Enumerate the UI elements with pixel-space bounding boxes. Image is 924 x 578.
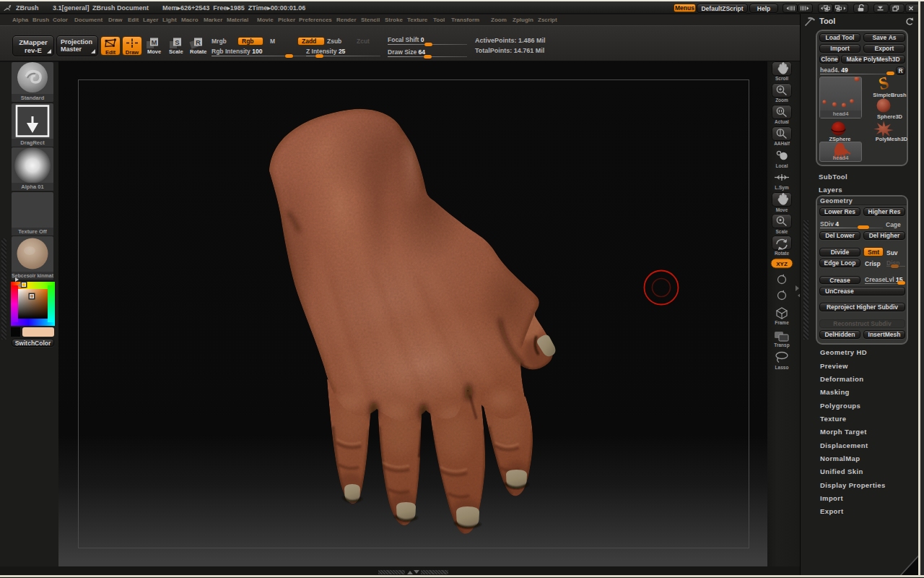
- svg-text:Actual: Actual: [775, 119, 789, 124]
- svg-text:Scroll: Scroll: [775, 76, 788, 81]
- svg-text:Frame: Frame: [775, 320, 789, 325]
- svg-text:Move: Move: [776, 207, 788, 212]
- svg-text:S: S: [175, 38, 179, 46]
- svg-text:L.Sym: L.Sym: [775, 185, 789, 191]
- svg-text:Local: Local: [776, 163, 788, 168]
- svg-text:M: M: [152, 38, 157, 46]
- svg-text:Rotate: Rotate: [775, 251, 790, 256]
- svg-text:Zoom: Zoom: [775, 98, 788, 103]
- svg-text:R: R: [196, 38, 201, 46]
- svg-text:AAHalf: AAHalf: [774, 141, 790, 146]
- svg-text:Transp: Transp: [774, 342, 789, 348]
- svg-text:Lasso: Lasso: [775, 365, 789, 370]
- svg-text:Scale: Scale: [776, 229, 788, 234]
- svg-text:XYZ: XYZ: [776, 261, 788, 267]
- svg-text:S: S: [876, 76, 890, 91]
